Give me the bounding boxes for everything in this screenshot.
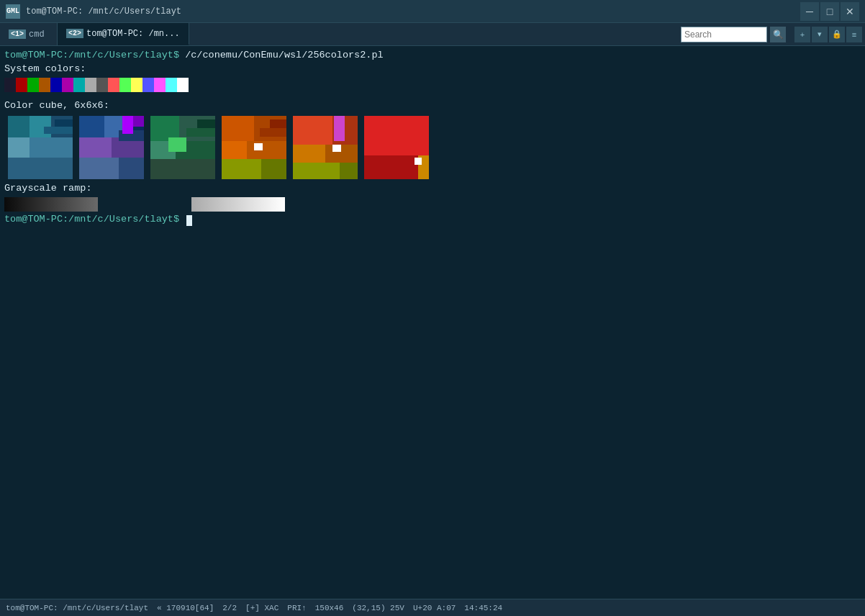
svg-rect-27 [147, 116, 150, 179]
prompt1: tom@TOM-PC:/mnt/c/Users/tlayt$ [4, 50, 179, 60]
svg-rect-11 [76, 137, 112, 158]
settings-button[interactable]: ≡ [846, 27, 862, 42]
window-controls: ─ □ ✕ [800, 2, 859, 21]
tab-cmd-icon: <1> [9, 30, 26, 39]
status-xac: [+] XAC [245, 604, 278, 612]
cube-block-3 [147, 116, 215, 179]
svg-rect-37 [218, 116, 222, 179]
svg-rect-18 [122, 116, 133, 134]
svg-rect-0 [4, 116, 30, 137]
svg-rect-49 [361, 155, 418, 179]
svg-rect-32 [247, 141, 286, 159]
svg-rect-5 [4, 158, 73, 179]
cube-block-2 [76, 116, 144, 179]
status-pri: PRI↑ [287, 604, 306, 612]
svg-rect-51 [415, 158, 422, 165]
cube-svg-5 [289, 116, 358, 179]
cube-block-6 [361, 116, 429, 179]
svg-rect-9 [76, 116, 104, 137]
status-unicode: U+20 A:07 [413, 604, 456, 612]
svg-rect-35 [270, 119, 286, 128]
cursor [186, 215, 192, 226]
command-line: tom@TOM-PC:/mnt/c/Users/tlayt$ /c/conemu… [4, 49, 861, 63]
lock-button[interactable]: 🔒 [829, 27, 845, 42]
tab-cmd-label: cmd [29, 30, 45, 40]
grayscale-gap [98, 197, 191, 212]
tab-wsl-icon: <2> [66, 29, 83, 38]
cube-block-1 [4, 116, 73, 179]
color-cell-3 [39, 78, 50, 92]
svg-rect-39 [289, 116, 332, 145]
svg-rect-47 [332, 145, 341, 152]
svg-rect-41 [289, 145, 325, 163]
svg-rect-4 [30, 137, 73, 158]
color-cell-6 [73, 78, 85, 92]
status-offset: « 170910[64] [157, 604, 214, 612]
grayscale-dark [4, 197, 98, 212]
search-button[interactable]: 🔍 [770, 27, 786, 42]
svg-rect-31 [218, 141, 247, 159]
color-cell-4 [50, 78, 62, 92]
search-area: 🔍 [675, 23, 792, 45]
minimize-button[interactable]: ─ [800, 2, 819, 21]
color-cell-0 [4, 78, 16, 92]
svg-rect-26 [186, 128, 215, 137]
window-title: tom@TOM-PC: /mnt/c/Users/tlayt [26, 6, 794, 17]
color-cell-14 [166, 78, 177, 92]
svg-rect-42 [325, 145, 358, 163]
title-bar: GML tom@TOM-PC: /mnt/c/Users/tlayt ─ □ ✕ [0, 0, 865, 23]
svg-rect-48 [361, 116, 429, 155]
app-icon: GML [6, 4, 20, 19]
svg-rect-33 [218, 159, 261, 179]
grayscale-light [191, 197, 285, 212]
terminal-content[interactable]: tom@TOM-PC:/mnt/c/Users/tlayt$ /c/conemu… [0, 46, 865, 599]
svg-rect-25 [197, 119, 215, 128]
svg-rect-6 [55, 119, 73, 127]
color-cell-5 [62, 78, 73, 92]
cube-svg-6 [361, 116, 429, 179]
status-size: 150x46 [315, 604, 344, 612]
tab-bar: <1> cmd <2> tom@TOM-PC: /mn... 🔍 + ▾ 🔒 ≡ [0, 23, 865, 46]
color-cell-9 [108, 78, 119, 92]
svg-rect-8 [4, 116, 8, 179]
svg-rect-46 [289, 116, 293, 179]
search-input[interactable] [681, 27, 767, 42]
close-button[interactable]: ✕ [841, 2, 859, 21]
color-cube-label: Color cube, 6x6x6: [4, 99, 861, 113]
color-cell-11 [131, 78, 142, 92]
tab-wsl[interactable]: <2> tom@TOM-PC: /mn... [58, 23, 189, 45]
color-cell-2 [27, 78, 39, 92]
color-cell-1 [16, 78, 27, 92]
cube-block-4 [218, 116, 286, 179]
maximize-button[interactable]: □ [820, 2, 839, 21]
system-colors-label: System colors: [4, 63, 861, 76]
command-text: /c/conemu/ConEmu/wsl/256colors2.pl [185, 50, 383, 60]
cube-svg-2 [76, 116, 144, 179]
app-icon-label: GML [6, 7, 19, 15]
svg-rect-7 [44, 127, 73, 134]
status-time: 14:45:24 [464, 604, 502, 612]
svg-rect-52 [361, 116, 364, 179]
status-path: tom@TOM-PC: /mnt/c/Users/tlayt [6, 604, 148, 612]
svg-rect-44 [340, 163, 358, 179]
svg-rect-14 [119, 158, 144, 179]
color-cell-13 [154, 78, 166, 92]
svg-rect-38 [254, 143, 263, 150]
system-colors-row [4, 78, 861, 92]
prompt2-line: tom@TOM-PC:/mnt/c/Users/tlayt$ [4, 213, 861, 227]
grayscale-label: Grayscale ramp: [4, 182, 861, 196]
color-cell-12 [142, 78, 154, 92]
grayscale-row [4, 197, 861, 212]
status-coords: (32,15) 25V [352, 604, 404, 612]
toolbar-icons: + ▾ 🔒 ≡ [792, 23, 865, 45]
spacer1 [4, 94, 861, 99]
svg-rect-13 [76, 158, 119, 179]
status-tab: 2/2 [222, 604, 237, 612]
cube-svg-3 [147, 116, 215, 179]
tab-wsl-label: tom@TOM-PC: /mn... [86, 29, 180, 39]
dropdown-button[interactable]: ▾ [812, 27, 828, 42]
svg-rect-28 [168, 137, 186, 152]
tab-cmd[interactable]: <1> cmd [0, 23, 58, 45]
svg-rect-34 [261, 159, 286, 179]
add-tab-button[interactable]: + [794, 27, 810, 42]
